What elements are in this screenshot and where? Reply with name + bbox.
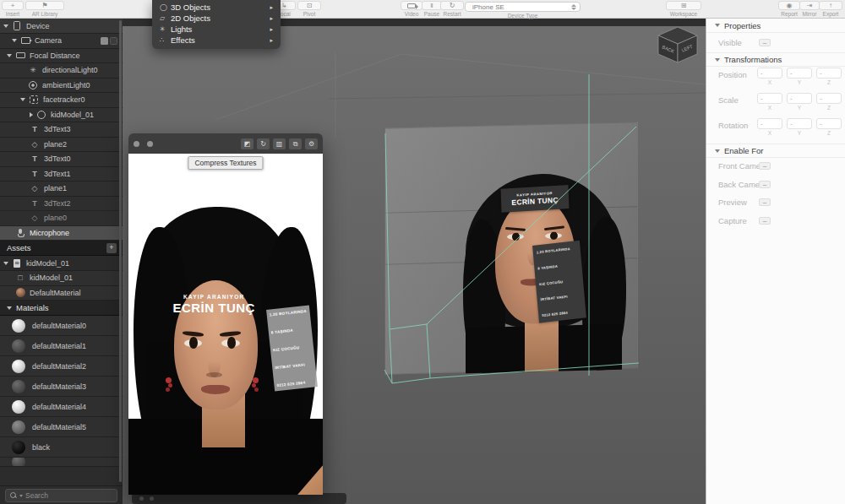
rotation-x-field[interactable]: - [757,118,782,129]
window-control-dot[interactable] [147,141,153,147]
scene-tree-item-kidmodel-01[interactable]: kidModel_01 [0,256,123,271]
device-type-select[interactable]: iPhone SE [465,2,581,12]
scene-tree-item-plane1[interactable]: plane1 [0,182,123,197]
assets-list: kidModel_01kidModel_01DefaultMaterial [0,256,123,301]
scene-tree-item-directionallight0[interactable]: directionalLight0 [0,63,123,79]
inspector-panel: Properties Visible – Transformations Pos… [706,19,845,504]
window-control-dot[interactable] [134,141,139,147]
material-item-defaultmaterial1[interactable]: defaultMaterial1 [0,336,123,356]
sidebar-scrollbar[interactable] [119,20,122,482]
scale-z-field[interactable]: - [816,93,842,104]
material-item-defaultmaterial0[interactable]: defaultMaterial0 [0,316,123,336]
menu-item-3d-objects[interactable]: ◯3D Objects▸ [152,2,281,13]
front-camera-toggle[interactable]: – [759,162,771,170]
pivot-label: Pivot [297,11,321,17]
menu-item-lights[interactable]: ✳Lights▸ [152,24,281,35]
position-y-field[interactable]: - [787,68,812,79]
scene-tree-item-camera[interactable]: Camera [0,34,123,49]
scene-tree-item-3dtext3[interactable]: 3dText3 [0,122,123,138]
viewport-3dtext-details[interactable]: 1.20 BOYLARINDA8 YAŞINDAKIZ ÇOCUĞUİRTİBA… [532,241,586,323]
collapse-arrow-icon[interactable] [12,39,17,42]
menu-item-effects[interactable]: ∴Effects▸ [152,35,281,46]
compress-textures-icon[interactable]: ◩ [241,138,254,149]
scale-x-field[interactable]: - [757,93,782,104]
material-item-defaultmaterial2[interactable]: defaultMaterial2 [0,356,123,377]
search-input[interactable] [25,491,119,500]
scene-tree-item-plane0[interactable]: plane0 [0,211,123,226]
menu-item-2d-objects[interactable]: ▱2D Objects▸ [152,13,281,24]
export-button[interactable]: ↑ Export [819,1,842,17]
item-label: Camera [35,36,62,45]
add-asset-button[interactable]: + [106,243,117,253]
material-item-defaultmaterial5[interactable]: defaultMaterial5 [0,417,123,437]
scene-tree-item-microphone[interactable]: Microphone [0,226,123,241]
position-x-field[interactable]: - [757,68,782,79]
collapse-arrow-icon[interactable] [7,54,12,57]
view-cube-gizmo[interactable]: BACK LEFT [653,25,702,64]
scene-tree-item-kidmodel-01[interactable]: kidModel_01 [0,108,123,123]
collapse-arrow-icon[interactable] [3,24,8,28]
workspace-button[interactable]: ⊞ Workspace [666,1,701,17]
rotation-z-field[interactable]: - [816,118,842,129]
video-button[interactable]: Video [401,1,422,17]
enable-for-header[interactable]: Enable For [706,144,845,158]
restart-button[interactable]: ↻ Restart [440,1,464,17]
expand-arrow-icon[interactable] [30,112,33,117]
material-sphere-thumbnail [12,339,25,353]
transformations-header[interactable]: Transformations [706,52,845,67]
pivot-button[interactable]: ⊡ Pivot [297,1,321,17]
scene-tree-item-3dtext0[interactable]: 3dText0 [0,152,123,167]
material-item-defaultmaterial3[interactable]: defaultMaterial3 [0,377,123,397]
capture-toggle[interactable]: – [759,217,771,225]
enable-row-label: Preview [718,198,747,207]
scale-y-field[interactable]: - [787,93,812,104]
scene-tree-item-defaultmaterial[interactable]: DefaultMaterial [0,286,123,301]
viewport-3dtext-title[interactable]: KAYIP ARANIYOR ECRİN TUNÇ [501,185,570,213]
scene-tree-item-focal-distance[interactable]: Focal Distance [0,49,123,64]
collapse-arrow-icon[interactable] [3,262,8,265]
ar-library-button[interactable]: ⚑ AR Library [25,1,64,17]
camera-visibility-toggle[interactable] [101,37,108,45]
material-item-black[interactable]: black [0,437,123,458]
mirror-button[interactable]: ⇥ Mirror [799,1,820,17]
rotate-simulator-icon[interactable]: ↻ [257,138,270,149]
item-label: plane0 [44,214,67,222]
rotation-y-field[interactable]: - [787,118,812,129]
back-camera-toggle[interactable]: – [759,181,771,188]
scene-tree-item-facetracker0[interactable]: facetracker0 [0,93,123,108]
collapse-arrow-icon[interactable] [20,98,25,101]
enable-row-preview: Preview– [706,195,845,210]
scene-tree-item-ambientlight0[interactable]: ambientLight0 [0,79,123,94]
model-icon [36,110,46,120]
scene-tree-item-3dtext2[interactable]: 3dText2 [0,197,123,212]
pause-button[interactable]: ‖ Pause [422,1,442,17]
item-label: directionalLight0 [42,66,98,74]
insert-button[interactable]: + Insert [2,1,24,17]
simulator-titlebar[interactable]: ◩↻▥⧉⚙ [128,133,323,154]
visible-toggle[interactable]: – [759,39,771,46]
material-item-defaultmaterial4[interactable]: defaultMaterial4 [0,397,123,417]
report-button[interactable]: ◉ Report [778,1,800,17]
text3d-icon [30,124,40,134]
assets-header[interactable]: Assets + [0,241,123,256]
scene-tree-item-device[interactable]: Device [0,19,123,34]
stats-icon[interactable]: ▥ [273,138,286,149]
snapshot-layers-icon[interactable]: ⧉ [289,138,302,149]
properties-header[interactable]: Properties [706,19,845,33]
scene-tree-item-kidmodel-01[interactable]: kidModel_01 [0,271,123,286]
plane-icon [30,183,40,193]
settings-gear-icon[interactable]: ⚙ [305,138,318,149]
camera-secondary-toggle[interactable] [110,37,117,45]
materials-header[interactable]: Materials [0,301,123,316]
position-z-field[interactable]: - [816,68,842,79]
scene-tree-item-3dtext1[interactable]: 3dText1 [0,167,123,182]
tracked-face-plane[interactable]: KAYIP ARANIYOR ECRİN TUNÇ 1.20 BOYLARIND… [384,122,638,374]
transform-label: Scale [718,95,739,105]
search-box[interactable] [5,489,117,502]
poster-girl-earring [166,377,172,383]
simulator-screen[interactable]: Compress Textures KAYIP ARANIYOR ECRİN T… [128,154,323,495]
preview-toggle[interactable]: – [759,198,771,206]
insert-label: Insert [2,11,24,17]
scene-tree-item-plane2[interactable]: plane2 [0,138,123,153]
material-item-partial[interactable] [0,458,123,467]
